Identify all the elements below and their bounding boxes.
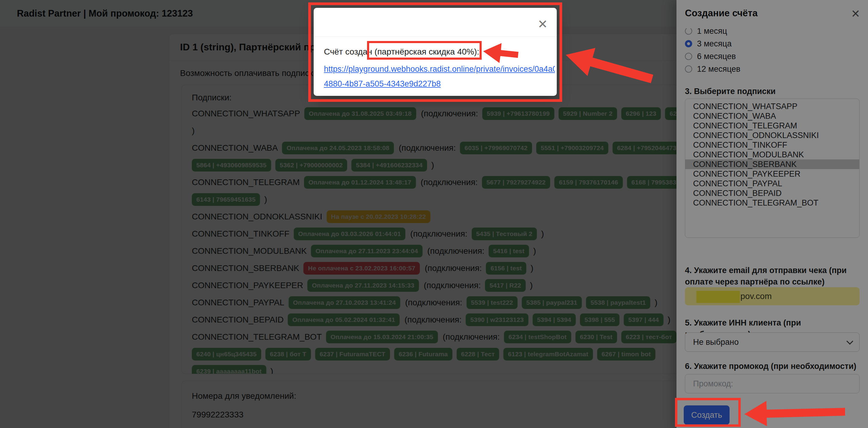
- modal-close-icon[interactable]: ✕: [537, 18, 548, 30]
- discount-highlight-text: (партнёрская скидка 40%):: [375, 47, 479, 56]
- invoice-link-line2[interactable]: 4880-4b87-a505-4343e9d227b8: [324, 79, 555, 89]
- message-prefix: Счёт создан: [324, 47, 375, 56]
- modal-header: ✕: [314, 8, 557, 37]
- invoice-created-modal: ✕ Счёт создан (партнёрская скидка 40%): …: [314, 8, 557, 96]
- modal-body: Счёт создан (партнёрская скидка 40%): ht…: [314, 37, 557, 89]
- invoice-created-message: Счёт создан (партнёрская скидка 40%):: [324, 47, 555, 57]
- invoice-link-line1[interactable]: https://playground.webhooks.radist.onlin…: [324, 65, 555, 74]
- screen: Radist Partner | Мой промокод: 123123 ID…: [0, 0, 868, 428]
